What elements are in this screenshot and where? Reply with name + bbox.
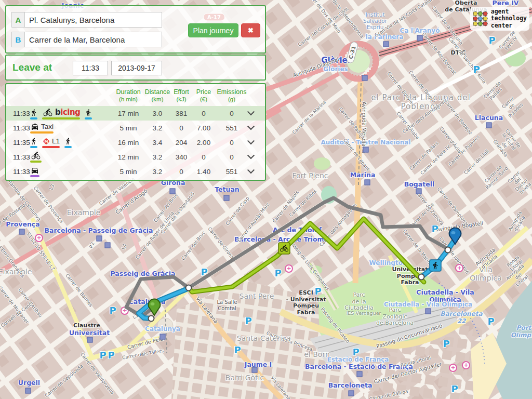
price-value: 1.40 — [192, 168, 215, 176]
departure-time: 11:33 — [6, 153, 29, 161]
effort-value: 340 — [170, 153, 192, 161]
chevron-down-icon[interactable] — [247, 152, 255, 159]
emissions-value: 0 — [215, 110, 248, 117]
column-header: Distance(km) — [144, 88, 170, 103]
duration-value: 5 min — [112, 124, 144, 132]
mode-legs: bicing — [29, 108, 112, 119]
itinerary-row[interactable]: 11:335 min3.201.40551 — [6, 164, 265, 179]
price-value: 0 — [192, 153, 215, 161]
leave-at-label: Leave at — [12, 62, 52, 73]
walk-icon — [85, 108, 92, 117]
departure-time: 11:35 — [6, 139, 29, 147]
origin-label: A — [11, 12, 24, 28]
price-value: 0 — [192, 110, 215, 117]
taxi-icon — [30, 123, 39, 131]
agent-technology-center-logo: agent technology center — [470, 7, 529, 31]
bicing-logo: bicing — [55, 108, 80, 117]
chevron-down-icon[interactable] — [247, 123, 255, 130]
destination-label: B — [11, 32, 24, 47]
mode-legs: L1 — [29, 137, 112, 148]
price-value: 2.00 — [192, 139, 215, 147]
itinerary-row[interactable]: 11:33Taxi5 min3.207.00551 — [6, 121, 265, 135]
distance-value: 3.2 — [144, 124, 170, 132]
column-header: Effort(kJ) — [170, 88, 192, 103]
walk-icon — [64, 137, 72, 145]
duration-value: 12 min — [112, 153, 144, 161]
results-table-body: 11:33bicing17 min3.03810011:33Taxi5 min3… — [6, 106, 265, 179]
distance-value: 3.0 — [144, 110, 170, 117]
departure-time: 11:33 — [6, 110, 29, 117]
itineraries-panel: Duration(h min)Distance(km)Effort(kJ)Pri… — [5, 83, 266, 181]
distance-value: 3.4 — [144, 139, 170, 147]
effort-value: 204 — [170, 139, 192, 147]
departure-time: 11:33 — [6, 124, 29, 132]
logo-grid-icon — [473, 8, 488, 30]
mode-legs: Taxi — [29, 123, 112, 134]
price-value: 7.00 — [192, 124, 215, 132]
chevron-down-icon[interactable] — [247, 166, 255, 174]
distance-value: 3.2 — [144, 153, 170, 161]
results-header-row: Duration(h min)Distance(km)Effort(kJ)Pri… — [6, 85, 265, 106]
effort-value: 381 — [170, 110, 192, 117]
chevron-down-icon[interactable] — [247, 137, 255, 144]
time-input[interactable] — [73, 61, 108, 75]
car-icon — [30, 166, 39, 175]
bike-icon — [42, 108, 54, 117]
column-header: Duration(h min) — [112, 88, 144, 103]
walk-icon — [30, 108, 37, 117]
departure-time: 11:33 — [6, 168, 29, 176]
mode-legs — [29, 151, 112, 163]
duration-value: 17 min — [112, 110, 144, 117]
column-header: Emissions(g) — [215, 88, 248, 103]
origin-input[interactable] — [24, 12, 162, 28]
logo-text: agent technology center — [491, 8, 527, 30]
emissions-value: 551 — [215, 124, 248, 132]
mode-label: Taxi — [41, 123, 54, 131]
emissions-value: 0 — [215, 139, 248, 147]
effort-value: 0 — [170, 168, 192, 176]
column-header: Price(€) — [192, 88, 215, 103]
distance-value: 3.2 — [144, 168, 170, 176]
emissions-value: 551 — [215, 168, 248, 176]
itinerary-row[interactable]: 11:33bicing17 min3.038100 — [6, 106, 265, 121]
metro-icon — [42, 137, 50, 145]
date-input[interactable] — [111, 61, 162, 75]
effort-value: 0 — [170, 124, 192, 132]
mode-legs — [29, 166, 112, 177]
chevron-down-icon[interactable] — [247, 108, 255, 115]
destination-input[interactable] — [24, 32, 162, 47]
journey-form-panel: A B Plan journey ✖ — [5, 5, 266, 54]
plan-journey-button[interactable]: Plan journey — [188, 23, 238, 37]
bike-icon — [30, 151, 42, 160]
emissions-value: 0 — [215, 153, 248, 161]
walk-icon — [30, 137, 37, 145]
mode-label: L1 — [52, 137, 60, 145]
close-icon[interactable]: ✖ — [241, 23, 260, 37]
itinerary-row[interactable]: 11:3312 min3.234000 — [6, 150, 265, 164]
itinerary-row[interactable]: 11:35L116 min3.42042.000 — [6, 135, 265, 150]
duration-value: 16 min — [112, 139, 144, 147]
duration-value: 5 min — [112, 168, 144, 176]
leave-at-panel: Leave at — [5, 55, 266, 81]
